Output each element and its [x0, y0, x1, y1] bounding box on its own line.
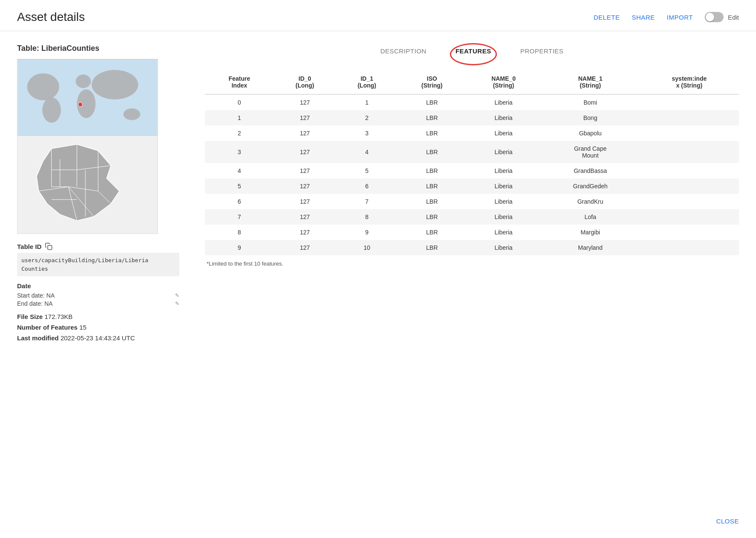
import-button[interactable]: IMPORT	[667, 14, 693, 21]
table-cell: 127	[274, 141, 336, 163]
table-cell: 8	[336, 209, 398, 225]
table-cell: 127	[274, 163, 336, 178]
start-date-edit-icon[interactable]: ✎	[175, 292, 179, 298]
table-row: 41275LBRLiberiaGrandBassa	[205, 163, 739, 178]
table-cell	[639, 178, 739, 194]
features-table: FeatureIndex ID_0(Long) ID_1(Long) ISO(S…	[205, 70, 739, 255]
svg-rect-24	[48, 246, 52, 250]
table-row: 912710LBRLiberiaMaryland	[205, 240, 739, 255]
edit-toggle-wrapper: Edit	[705, 12, 739, 22]
table-cell: LBR	[398, 225, 466, 240]
end-date-edit-icon[interactable]: ✎	[175, 301, 179, 307]
table-cell: Liberia	[466, 141, 541, 163]
tab-description[interactable]: DESCRIPTION	[379, 44, 428, 58]
edit-toggle[interactable]	[705, 12, 724, 22]
table-cell: 4	[336, 141, 398, 163]
table-id-value: users/capacityBuilding/Liberia/Liberia C…	[17, 253, 179, 276]
table-cell: 3	[205, 141, 274, 163]
table-note: *Limited to the first 10 features.	[205, 260, 739, 267]
table-title: Table: LiberiaCounties	[17, 44, 179, 53]
table-cell	[639, 240, 739, 255]
table-cell: Liberia	[466, 94, 541, 110]
date-label: Date	[17, 282, 179, 289]
table-row: 61277LBRLiberiaGrandKru	[205, 194, 739, 209]
svg-point-6	[123, 108, 140, 120]
end-date-value: NA	[44, 300, 53, 307]
table-cell: 6	[336, 178, 398, 194]
table-cell: 1	[205, 110, 274, 126]
last-modified-label: Last modified	[17, 334, 59, 342]
table-cell: 4	[205, 163, 274, 178]
table-cell: 127	[274, 178, 336, 194]
tab-features[interactable]: FEATURES	[454, 44, 493, 58]
table-cell: LBR	[398, 163, 466, 178]
copy-icon[interactable]	[45, 243, 53, 250]
table-cell: GrandBassa	[541, 163, 639, 178]
num-features-value: 15	[79, 324, 87, 331]
table-cell: 127	[274, 225, 336, 240]
num-features-row: Number of Features 15	[17, 324, 179, 331]
close-button[interactable]: CLOSE	[716, 518, 739, 525]
table-cell	[639, 209, 739, 225]
svg-point-7	[78, 102, 82, 107]
date-section: Date Start date: NA ✎ End date: NA ✎	[17, 282, 179, 307]
table-cell	[639, 141, 739, 163]
table-cell: 127	[274, 126, 336, 141]
col-header-name0: NAME_0(String)	[466, 70, 541, 94]
table-cell: LBR	[398, 209, 466, 225]
table-row: 11272LBRLiberiaBong	[205, 110, 739, 126]
table-cell: 127	[274, 240, 336, 255]
table-cell: 9	[336, 225, 398, 240]
table-cell: Maryland	[541, 240, 639, 255]
table-cell: 6	[205, 194, 274, 209]
table-cell: 8	[205, 225, 274, 240]
table-cell: Gbapolu	[541, 126, 639, 141]
tabs: DESCRIPTION FEATURES PROPERTIES	[205, 44, 739, 58]
table-cell: 1	[336, 94, 398, 110]
table-cell	[639, 126, 739, 141]
table-cell: Liberia	[466, 178, 541, 194]
table-cell: 127	[274, 110, 336, 126]
table-row: 31274LBRLiberiaGrand CapeMount	[205, 141, 739, 163]
file-size-label: File Size	[17, 313, 43, 320]
start-date-value: NA	[47, 292, 55, 299]
table-cell: Margibi	[541, 225, 639, 240]
table-cell: Liberia	[466, 209, 541, 225]
share-button[interactable]: SHARE	[632, 14, 655, 21]
col-header-id1: ID_1(Long)	[336, 70, 398, 94]
table-cell: Bong	[541, 110, 639, 126]
svg-point-2	[42, 97, 61, 123]
footer: CLOSE	[716, 518, 739, 525]
start-date-row: Start date: NA ✎	[17, 292, 179, 299]
table-row: 71278LBRLiberiaLofa	[205, 209, 739, 225]
table-cell: LBR	[398, 110, 466, 126]
right-panel: DESCRIPTION FEATURES PROPERTIES FeatureI…	[205, 44, 739, 345]
col-header-iso: ISO(String)	[398, 70, 466, 94]
table-cell: Lofa	[541, 209, 639, 225]
num-features-label: Number of Features	[17, 324, 78, 331]
table-row: 51276LBRLiberiaGrandGedeh	[205, 178, 739, 194]
table-row: 01271LBRLiberiaBomi	[205, 94, 739, 110]
liberia-map	[17, 136, 158, 234]
svg-point-5	[92, 70, 138, 99]
file-size-row: File Size 172.73KB	[17, 313, 179, 320]
table-cell: 9	[205, 240, 274, 255]
last-modified-value: 2022-05-23 14:43:24 UTC	[61, 334, 135, 342]
col-header-name1: NAME_1(String)	[541, 70, 639, 94]
tab-properties[interactable]: PROPERTIES	[519, 44, 565, 58]
table-cell: Liberia	[466, 126, 541, 141]
table-cell: 5	[205, 178, 274, 194]
main-content: Table: LiberiaCounties	[0, 31, 756, 358]
page-title: Asset details	[17, 10, 594, 24]
table-id-section: Table ID users/capacityBuilding/Liberia/…	[17, 243, 179, 276]
delete-button[interactable]: DELETE	[594, 14, 620, 21]
table-cell: 127	[274, 194, 336, 209]
start-date-label: Start date:	[17, 292, 45, 299]
table-cell: Liberia	[466, 240, 541, 255]
table-cell: 5	[336, 163, 398, 178]
table-cell: LBR	[398, 141, 466, 163]
col-header-id0: ID_0(Long)	[274, 70, 336, 94]
table-cell	[639, 225, 739, 240]
table-row: 81279LBRLiberiaMargibi	[205, 225, 739, 240]
table-id-header: Table ID	[17, 243, 179, 250]
